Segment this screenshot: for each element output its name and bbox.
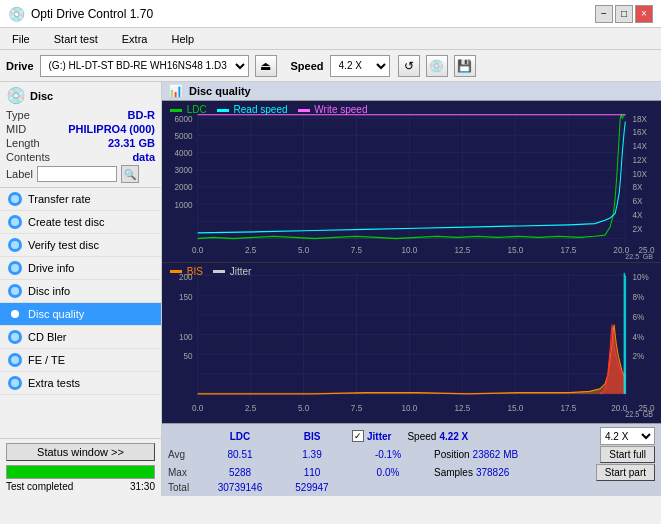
svg-text:GB: GB	[643, 252, 653, 262]
nav-item-extra-tests[interactable]: Extra tests	[0, 372, 161, 395]
type-label: Type	[6, 109, 30, 121]
start-part-button[interactable]: Start part	[596, 464, 655, 481]
jitter-checkbox[interactable]: ✓	[352, 430, 364, 442]
svg-text:18X: 18X	[632, 113, 647, 124]
position-value: 23862 MB	[473, 449, 519, 460]
svg-point-0	[11, 195, 19, 203]
svg-point-2	[11, 241, 19, 249]
svg-text:10X: 10X	[632, 168, 647, 179]
svg-text:2X: 2X	[632, 223, 642, 234]
svg-point-1	[11, 218, 19, 226]
progress-bar-fill	[7, 466, 154, 478]
stats-table: LDC BIS ✓ Jitter Speed 4.22 X 4.2 X	[162, 423, 661, 496]
svg-text:5.0: 5.0	[298, 245, 309, 256]
drive-select[interactable]: (G:) HL-DT-ST BD-RE WH16NS48 1.D3	[40, 55, 249, 77]
nav-item-label: CD Bler	[28, 331, 67, 343]
total-ldc: 30739146	[204, 482, 276, 493]
save-button[interactable]: 💾	[454, 55, 476, 77]
nav-icon	[8, 238, 22, 252]
svg-text:6%: 6%	[632, 311, 644, 322]
samples-value: 378826	[476, 467, 509, 478]
drive-bar: Drive (G:) HL-DT-ST BD-RE WH16NS48 1.D3 …	[0, 50, 661, 82]
svg-text:2%: 2%	[632, 350, 644, 361]
nav-icon	[8, 376, 22, 390]
speed-select[interactable]: 4.2 X	[330, 55, 390, 77]
status-text: Test completed	[6, 481, 73, 492]
label-input[interactable]	[37, 166, 117, 182]
svg-text:10%: 10%	[632, 271, 648, 282]
nav-icon	[8, 307, 22, 321]
speed-label: Speed	[291, 60, 324, 72]
length-value: 23.31 GB	[108, 137, 155, 149]
nav-item-cd-bler[interactable]: CD Bler	[0, 326, 161, 349]
menu-file[interactable]: File	[8, 32, 34, 46]
svg-point-6	[11, 333, 19, 341]
start-full-button[interactable]: Start full	[600, 446, 655, 463]
nav-icon	[8, 353, 22, 367]
write-speed-legend: Write speed	[298, 104, 368, 115]
label-search-button[interactable]: 🔍	[121, 165, 139, 183]
svg-text:12.5: 12.5	[455, 245, 471, 256]
svg-point-5	[11, 310, 19, 318]
status-window-button[interactable]: Status window >>	[6, 443, 155, 461]
chart-icon: 📊	[168, 84, 183, 98]
disc-button[interactable]: 💿	[426, 55, 448, 77]
bottom-chart: BIS Jitter	[162, 263, 661, 424]
mid-value: PHILIPRO4 (000)	[68, 123, 155, 135]
refresh-button[interactable]: ↺	[398, 55, 420, 77]
svg-point-7	[11, 356, 19, 364]
max-label: Max	[168, 467, 204, 478]
max-bis: 110	[276, 467, 348, 478]
maximize-button[interactable]: □	[615, 5, 633, 23]
svg-text:17.5: 17.5	[560, 402, 576, 413]
right-panel: 📊 Disc quality LDC Read speed	[162, 82, 661, 496]
charts-container: LDC Read speed Write speed	[162, 101, 661, 423]
drive-label: Drive	[6, 60, 34, 72]
nav-icon	[8, 261, 22, 275]
main-content: 💿 Disc Type BD-R MID PHILIPRO4 (000) Len…	[0, 82, 661, 496]
svg-text:12.5: 12.5	[454, 402, 470, 413]
samples-label: Samples	[434, 467, 473, 478]
close-button[interactable]: ×	[635, 5, 653, 23]
app-icon: 💿	[8, 6, 25, 22]
nav-item-disc-quality[interactable]: Disc quality	[0, 303, 161, 326]
menu-help[interactable]: Help	[167, 32, 198, 46]
svg-text:100: 100	[179, 330, 193, 341]
minimize-button[interactable]: −	[595, 5, 613, 23]
svg-marker-92	[198, 324, 626, 393]
svg-text:22.5: 22.5	[625, 252, 639, 262]
label-field-label: Label	[6, 168, 33, 180]
nav-item-disc-info[interactable]: Disc info	[0, 280, 161, 303]
stats-col-ldc: LDC	[204, 431, 276, 442]
stats-col-jitter: Jitter	[367, 431, 391, 442]
nav-item-label: Transfer rate	[28, 193, 91, 205]
svg-text:15.0: 15.0	[507, 245, 523, 256]
svg-text:0.0: 0.0	[192, 245, 203, 256]
menu-bar: File Start test Extra Help	[0, 28, 661, 50]
nav-item-fe---te[interactable]: FE / TE	[0, 349, 161, 372]
eject-button[interactable]: ⏏	[255, 55, 277, 77]
nav-item-drive-info[interactable]: Drive info	[0, 257, 161, 280]
menu-extra[interactable]: Extra	[118, 32, 152, 46]
top-chart: LDC Read speed Write speed	[162, 101, 661, 263]
nav-icon	[8, 330, 22, 344]
svg-text:GB: GB	[643, 409, 653, 419]
svg-text:4000: 4000	[174, 148, 192, 159]
top-legend: LDC Read speed Write speed	[170, 104, 367, 115]
nav-item-label: Create test disc	[28, 216, 104, 228]
svg-marker-93	[600, 324, 625, 393]
stats-col-bis: BIS	[276, 431, 348, 442]
nav-icon	[8, 284, 22, 298]
nav-item-create-test-disc[interactable]: Create test disc	[0, 211, 161, 234]
avg-jitter: -0.1%	[352, 449, 424, 460]
svg-point-3	[11, 264, 19, 272]
speed-dropdown[interactable]: 4.2 X	[600, 427, 655, 445]
svg-text:50: 50	[183, 350, 192, 361]
nav-icon	[8, 215, 22, 229]
menu-start-test[interactable]: Start test	[50, 32, 102, 46]
nav-item-transfer-rate[interactable]: Transfer rate	[0, 188, 161, 211]
svg-text:12X: 12X	[632, 154, 647, 165]
svg-text:8X: 8X	[632, 182, 642, 193]
left-panel: 💿 Disc Type BD-R MID PHILIPRO4 (000) Len…	[0, 82, 162, 496]
nav-item-verify-test-disc[interactable]: Verify test disc	[0, 234, 161, 257]
